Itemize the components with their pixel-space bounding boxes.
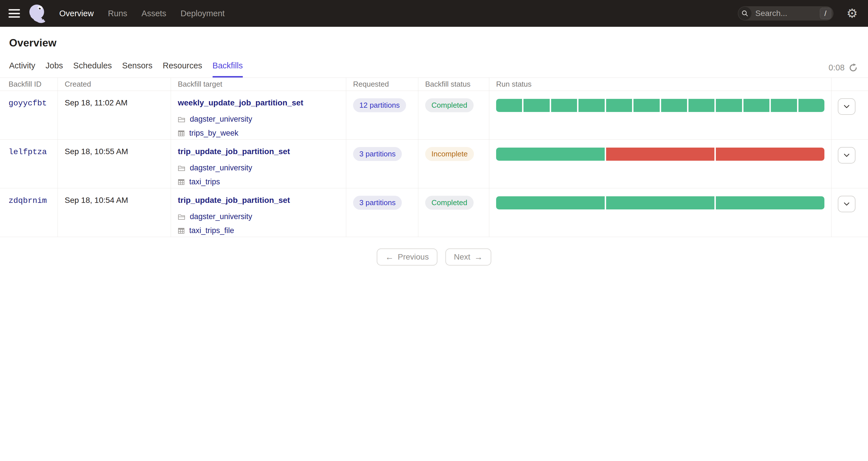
primary-nav: Overview Runs Assets Deployment xyxy=(59,9,224,18)
tab-sensors[interactable]: Sensors xyxy=(122,61,152,78)
run-segment-failure[interactable] xyxy=(606,148,715,161)
pagination: ← Previous Next → xyxy=(0,248,868,266)
backfill-id-link[interactable]: lelfptza xyxy=(8,148,47,156)
run-segment-success[interactable] xyxy=(799,99,825,112)
run-segment-success[interactable] xyxy=(716,196,825,209)
chevron-down-icon xyxy=(844,105,849,108)
repository-link[interactable]: dagster_university xyxy=(190,115,252,124)
run-status-bar xyxy=(496,196,825,209)
actions-cell xyxy=(832,91,868,139)
col-header-backfill-status: Backfill status xyxy=(418,78,489,91)
backfill-id-link[interactable]: zdqbrnim xyxy=(8,196,47,205)
tab-jobs[interactable]: Jobs xyxy=(45,61,63,78)
folder-icon xyxy=(178,214,185,220)
created-cell: Sep 18, 11:02 AM xyxy=(58,91,171,139)
repository-link[interactable]: dagster_university xyxy=(190,163,252,173)
backfill-id-cell: zdqbrnim xyxy=(0,188,58,237)
backfill-id-cell: goyycfbt xyxy=(0,91,58,139)
run-segment-success[interactable] xyxy=(743,99,769,112)
gear-icon[interactable]: ⚙ xyxy=(847,7,858,20)
run-segment-success[interactable] xyxy=(688,99,714,112)
run-segment-success[interactable] xyxy=(606,196,715,209)
created-timestamp: Sep 18, 10:55 AM xyxy=(65,147,128,156)
search-icon xyxy=(738,7,751,20)
asset-link[interactable]: trips_by_week xyxy=(189,129,239,137)
nav-item-overview[interactable]: Overview xyxy=(59,9,94,18)
requested-partitions-badge: 12 partitions xyxy=(353,98,406,112)
col-header-run-status: Run status xyxy=(489,78,832,91)
backfill-id-cell: lelfptza xyxy=(0,140,58,188)
run-segment-success[interactable] xyxy=(551,99,577,112)
backfill-status-cell: Incomplete xyxy=(418,140,489,188)
run-segment-success[interactable] xyxy=(496,196,605,209)
page-title: Overview xyxy=(9,37,858,49)
tab-bar: Activity Jobs Schedules Sensors Resource… xyxy=(0,61,868,78)
backfill-target-cell: weekly_update_job_partition_set dagster_… xyxy=(171,91,346,139)
chevron-down-icon xyxy=(844,202,849,206)
nav-item-deployment[interactable]: Deployment xyxy=(181,9,225,18)
requested-partitions-badge: 3 partitions xyxy=(353,196,402,210)
backfill-id-link[interactable]: goyycfbt xyxy=(8,99,47,108)
run-segment-success[interactable] xyxy=(716,99,742,112)
run-segment-success[interactable] xyxy=(524,99,550,112)
run-status-cell xyxy=(489,91,832,139)
asset-link[interactable]: taxi_trips_file xyxy=(189,226,234,235)
next-page-label: Next xyxy=(454,252,470,262)
run-segment-failure[interactable] xyxy=(716,148,825,161)
dagster-logo[interactable] xyxy=(28,3,47,23)
table-row: goyycfbt Sep 18, 11:02 AM weekly_update_… xyxy=(0,91,868,140)
backfill-status-badge: Incomplete xyxy=(425,147,474,161)
backfill-target-link[interactable]: trip_update_job_partition_set xyxy=(178,196,290,205)
col-header-actions xyxy=(832,78,868,91)
run-segment-success[interactable] xyxy=(661,99,687,112)
folder-icon xyxy=(178,165,185,171)
table-grid-icon xyxy=(178,130,185,137)
arrow-left-icon: ← xyxy=(385,253,394,261)
row-actions-button[interactable] xyxy=(838,196,856,212)
tab-backfills[interactable]: Backfills xyxy=(213,61,243,78)
search-input[interactable] xyxy=(751,9,820,18)
col-header-requested: Requested xyxy=(346,78,418,91)
table-row: lelfptza Sep 18, 10:55 AM trip_update_jo… xyxy=(0,140,868,188)
nav-item-runs[interactable]: Runs xyxy=(108,9,127,18)
backfill-target-link[interactable]: trip_update_job_partition_set xyxy=(178,147,290,156)
actions-cell xyxy=(832,188,868,237)
run-segment-success[interactable] xyxy=(771,99,797,112)
tab-schedules[interactable]: Schedules xyxy=(73,61,112,78)
run-status-bar xyxy=(496,148,825,161)
menu-icon[interactable] xyxy=(8,9,20,18)
backfill-status-badge: Completed xyxy=(425,98,474,112)
refresh-icon[interactable] xyxy=(848,63,858,72)
nav-item-assets[interactable]: Assets xyxy=(142,9,166,18)
row-actions-button[interactable] xyxy=(838,147,856,163)
run-segment-success[interactable] xyxy=(496,148,605,161)
tab-activity[interactable]: Activity xyxy=(9,61,35,78)
backfill-status-cell: Completed xyxy=(418,91,489,139)
global-search[interactable]: / xyxy=(738,6,834,21)
table-grid-icon xyxy=(178,227,185,234)
backfill-target-cell: trip_update_job_partition_set dagster_un… xyxy=(171,140,346,188)
run-status-cell xyxy=(489,140,832,188)
backfill-status-badge: Completed xyxy=(425,196,474,210)
col-header-backfill-id: Backfill ID xyxy=(0,78,58,91)
run-segment-success[interactable] xyxy=(633,99,659,112)
run-segment-success[interactable] xyxy=(496,99,522,112)
run-segment-success[interactable] xyxy=(606,99,632,112)
refresh-countdown: 0:08 xyxy=(829,63,845,72)
next-page-button[interactable]: Next → xyxy=(445,248,492,266)
tab-resources[interactable]: Resources xyxy=(163,61,202,78)
col-header-created: Created xyxy=(58,78,171,91)
repository-link[interactable]: dagster_university xyxy=(190,212,252,221)
row-actions-button[interactable] xyxy=(838,98,856,115)
asset-link[interactable]: taxi_trips xyxy=(189,178,220,186)
backfill-target-cell: trip_update_job_partition_set dagster_un… xyxy=(171,188,346,237)
folder-icon xyxy=(178,116,185,123)
top-navigation-bar: Overview Runs Assets Deployment / ⚙ xyxy=(0,0,868,27)
previous-page-button[interactable]: ← Previous xyxy=(377,248,437,266)
run-segment-success[interactable] xyxy=(579,99,604,112)
backfill-target-link[interactable]: weekly_update_job_partition_set xyxy=(178,98,303,107)
run-status-cell xyxy=(489,188,832,237)
search-shortcut-key: / xyxy=(820,8,831,19)
created-timestamp: Sep 18, 10:54 AM xyxy=(65,196,128,205)
run-status-bar xyxy=(496,99,825,112)
